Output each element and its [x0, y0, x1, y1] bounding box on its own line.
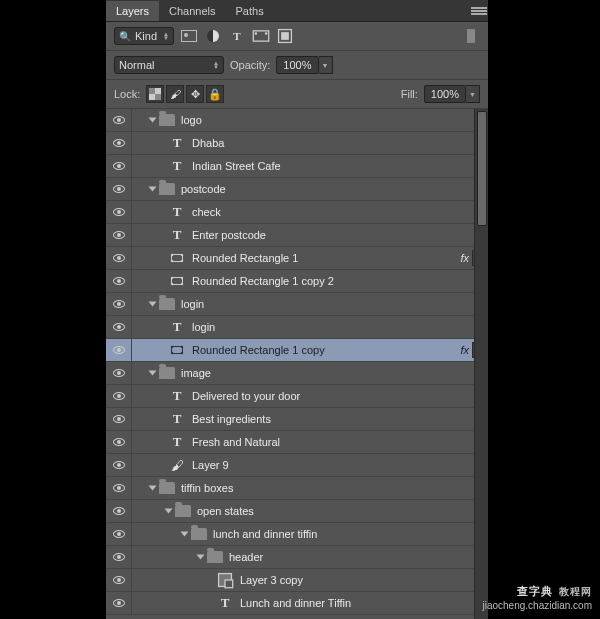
scrollbar-thumb[interactable] [477, 111, 487, 226]
svg-rect-8 [149, 94, 155, 100]
blend-mode-select[interactable]: Normal ▲▼ [114, 56, 224, 74]
layer-row[interactable]: login [106, 293, 488, 316]
filter-kind-label: Kind [135, 30, 157, 42]
type-layer-icon: T [168, 318, 186, 336]
visibility-toggle[interactable] [106, 178, 132, 200]
visibility-toggle[interactable] [106, 546, 132, 568]
layer-row[interactable]: TBest ingredients [106, 408, 488, 431]
panel-menu-icon[interactable] [470, 0, 488, 22]
visibility-toggle[interactable] [106, 477, 132, 499]
disclosure-icon[interactable] [165, 509, 173, 514]
visibility-toggle[interactable] [106, 431, 132, 453]
disclosure-icon[interactable] [149, 486, 157, 491]
filter-type-icon[interactable]: T [228, 27, 246, 45]
visibility-toggle[interactable] [106, 454, 132, 476]
layer-row[interactable]: tiffin boxes [106, 477, 488, 500]
lock-transparent-icon[interactable] [146, 85, 164, 103]
tab-layers[interactable]: Layers [106, 1, 159, 21]
disclosure-icon[interactable] [149, 302, 157, 307]
layer-row[interactable]: TLunch and dinner Tiffin [106, 592, 488, 615]
eye-icon [113, 461, 125, 469]
lock-pixels-icon[interactable]: 🖌 [166, 85, 184, 103]
eye-icon [113, 116, 125, 124]
visibility-toggle[interactable] [106, 569, 132, 591]
type-layer-icon: T [168, 134, 186, 152]
eye-icon [113, 484, 125, 492]
disclosure-icon[interactable] [149, 118, 157, 123]
layer-name: login [181, 298, 488, 310]
disclosure-icon[interactable] [149, 371, 157, 376]
eye-icon [113, 185, 125, 193]
visibility-toggle[interactable] [106, 109, 132, 131]
opacity-dropdown-icon[interactable]: ▼ [319, 56, 333, 74]
layer-name: logo [181, 114, 488, 126]
svg-rect-25 [225, 580, 233, 588]
smart-object-icon [216, 571, 234, 589]
opacity-value[interactable]: 100% [276, 56, 318, 74]
filter-smart-icon[interactable] [276, 27, 294, 45]
layer-row[interactable]: Tlogin [106, 316, 488, 339]
visibility-toggle[interactable] [106, 362, 132, 384]
visibility-toggle[interactable] [106, 270, 132, 292]
visibility-toggle[interactable] [106, 293, 132, 315]
tab-paths[interactable]: Paths [226, 1, 274, 21]
visibility-toggle[interactable] [106, 339, 132, 361]
layer-row[interactable]: Rounded Rectangle 1fx▼ [106, 247, 488, 270]
filter-shape-icon[interactable] [252, 27, 270, 45]
disclosure-icon[interactable] [149, 187, 157, 192]
lock-all-icon[interactable]: 🔒 [206, 85, 224, 103]
type-layer-icon: T [168, 433, 186, 451]
svg-point-12 [171, 260, 173, 262]
layer-row[interactable]: 🖌Layer 9 [106, 454, 488, 477]
layers-panel: Layers Channels Paths 🔍 Kind ▲▼ T Normal… [106, 0, 488, 619]
layer-name: Layer 9 [192, 459, 488, 471]
layer-row[interactable]: TFresh and Natural [106, 431, 488, 454]
filter-pixel-icon[interactable] [180, 27, 198, 45]
fx-label: fx [460, 344, 469, 356]
svg-point-15 [171, 277, 173, 279]
svg-rect-7 [155, 88, 161, 94]
visibility-toggle[interactable] [106, 316, 132, 338]
fill-value[interactable]: 100% [424, 85, 466, 103]
visibility-toggle[interactable] [106, 132, 132, 154]
visibility-toggle[interactable] [106, 247, 132, 269]
layer-row[interactable]: header [106, 546, 488, 569]
layer-row[interactable]: Layer 3 copy [106, 569, 488, 592]
layer-row[interactable]: TDhaba [106, 132, 488, 155]
visibility-toggle[interactable] [106, 224, 132, 246]
layer-row[interactable]: TEnter postcode [106, 224, 488, 247]
scrollbar[interactable] [474, 109, 488, 619]
layer-row[interactable]: logo [106, 109, 488, 132]
layer-row[interactable]: postcode [106, 178, 488, 201]
eye-icon [113, 254, 125, 262]
visibility-toggle[interactable] [106, 201, 132, 223]
tab-channels[interactable]: Channels [159, 1, 225, 21]
folder-icon [159, 183, 175, 195]
visibility-toggle[interactable] [106, 592, 132, 614]
layer-row[interactable]: image [106, 362, 488, 385]
layer-name: tiffin boxes [181, 482, 488, 494]
layer-row[interactable]: TIndian Street Cafe [106, 155, 488, 178]
visibility-toggle[interactable] [106, 385, 132, 407]
visibility-toggle[interactable] [106, 500, 132, 522]
folder-icon [159, 298, 175, 310]
filter-kind-select[interactable]: 🔍 Kind ▲▼ [114, 27, 174, 45]
disclosure-icon[interactable] [197, 555, 205, 560]
watermark-text: 查字典 [517, 585, 553, 597]
eye-icon [113, 530, 125, 538]
layer-row[interactable]: lunch and dinner tiffin [106, 523, 488, 546]
layer-row[interactable]: open states [106, 500, 488, 523]
layer-row[interactable]: TDelivered to your door [106, 385, 488, 408]
layer-row[interactable]: Rounded Rectangle 1 copy 2 [106, 270, 488, 293]
fill-dropdown-icon[interactable]: ▼ [466, 85, 480, 103]
lock-position-icon[interactable]: ✥ [186, 85, 204, 103]
filter-adjust-icon[interactable] [204, 27, 222, 45]
layer-row[interactable]: Rounded Rectangle 1 copyfx▼ [106, 339, 488, 362]
disclosure-icon[interactable] [181, 532, 189, 537]
layer-name: check [192, 206, 488, 218]
layer-row[interactable]: Tcheck [106, 201, 488, 224]
visibility-toggle[interactable] [106, 523, 132, 545]
visibility-toggle[interactable] [106, 408, 132, 430]
filter-options-icon[interactable] [462, 27, 480, 45]
visibility-toggle[interactable] [106, 155, 132, 177]
